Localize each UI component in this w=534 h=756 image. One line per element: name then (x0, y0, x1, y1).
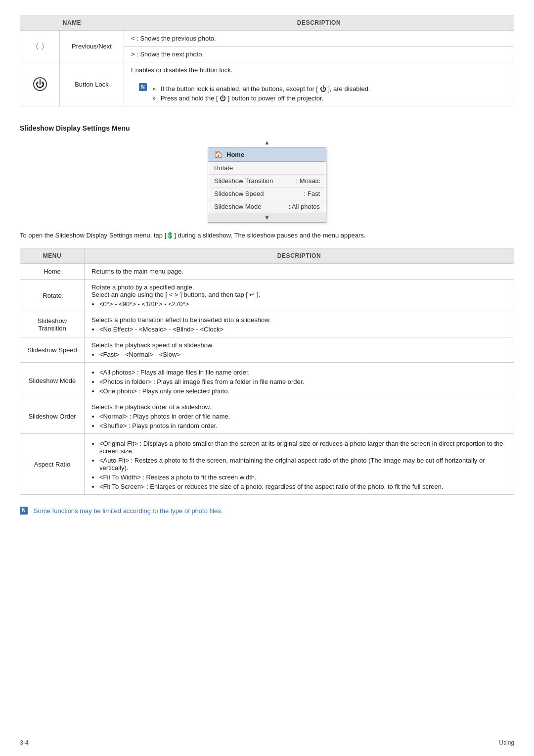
bottom-reference-table: MENU DESCRIPTION Home Returns to the mai… (20, 248, 514, 495)
speed-desc-cell: Selects the playback speed of a slidesho… (85, 337, 514, 363)
home-icon: 🏠 (214, 150, 222, 158)
aspect-fit-screen: <Fit To Screen> : Enlarges or reduces th… (99, 483, 507, 490)
aspect-auto-fit: <Auto Fit> : Resizes a photo to fit the … (99, 457, 507, 472)
transition-desc-cell: Selects a photo transition effect to be … (85, 312, 514, 337)
page-number: 3-4 (20, 739, 28, 746)
table-row: Slideshow Speed Selects the playback spe… (20, 337, 514, 363)
aspect-original-fit: <Original Fit> : Displays a photo smalle… (99, 440, 507, 455)
page-section: Using (499, 739, 514, 746)
mode-label: Slideshow Mode (214, 203, 261, 210)
aspect-menu-cell: Aspect Ratio (20, 434, 85, 495)
slideshow-section-title: Slideshow Display Settings Menu (20, 124, 514, 132)
menu-popup-home-label: Home (226, 151, 244, 158)
bottom-table-desc-header: DESCRIPTION (85, 248, 514, 264)
mode-one-photo: <One photo> : Plays only one selected ph… (99, 387, 507, 395)
menu-popup-speed: Slideshow Speed : Fast (208, 188, 326, 200)
table-row: Slideshow Order Selects the playback ord… (20, 399, 514, 434)
slideshow-section: Slideshow Display Settings Menu ▲ 🏠 Home… (20, 124, 514, 239)
button-lock-note-2: Press and hold the [ ⏻ ] button to power… (161, 94, 370, 102)
mode-menu-cell: Slideshow Mode (20, 363, 85, 399)
top-table-desc-header: DESCRIPTION (124, 15, 514, 31)
table-row: ⏻ Button Lock Enables or disables the bu… (20, 62, 514, 106)
bottom-table-menu-header: MENU (20, 248, 85, 264)
mode-desc-cell: <All photos> : Plays all image files in … (85, 363, 514, 399)
footer-note-icon: N (20, 507, 28, 515)
aspect-fit-width: <Fit To Width> : Resizes a photo to fit … (99, 473, 507, 481)
menu-popup-transition: Slideshow Transition : Mosaic (208, 175, 326, 188)
menu-popup: 🏠 Home Rotate Slideshow Transition : Mos… (208, 147, 326, 223)
speed-menu-cell: Slideshow Speed (20, 337, 85, 363)
prev-desc-1: < : Shows the previous photo. (124, 31, 514, 47)
rotate-desc-cell: Rotate a photo by a specified angle. Sel… (85, 280, 514, 312)
button-lock-note-1: If the button lock is enabled, all the b… (161, 85, 370, 93)
menu-popup-mode: Slideshow Mode : All photos (208, 200, 326, 213)
menu-popup-header: 🏠 Home (208, 147, 326, 162)
rotate-angles: <0°> - <90°> - <180°> - <270°> (99, 300, 507, 308)
table-row: 〈 〉 Previous/Next < : Shows the previous… (20, 31, 514, 47)
table-row: Slideshow Transition Selects a photo tra… (20, 312, 514, 337)
aspect-desc-cell: <Original Fit> : Displays a photo smalle… (85, 434, 514, 495)
home-desc-cell: Returns to the main menu page. (85, 264, 514, 280)
order-shuffle: <Shuffle> : Plays photos in random order… (99, 422, 507, 429)
popup-arrow-bottom: ▼ (208, 213, 326, 222)
button-lock-desc: Enables or disables the button lock. N I… (124, 62, 514, 106)
order-menu-cell: Slideshow Order (20, 399, 85, 434)
rotate-label: Rotate (214, 164, 233, 172)
speed-options: <Fast> - <Normal> - <Slow> (99, 351, 507, 358)
slideshow-intro-text: To open the Slideshow Display Settings m… (20, 232, 514, 239)
footer-note-text: Some functions may be limited according … (34, 507, 222, 515)
order-normal: <Normal> : Plays photos in order of file… (99, 413, 507, 420)
menu-popup-rotate: Rotate (208, 162, 326, 175)
mode-all-photos: <All photos> : Plays all image files in … (99, 369, 507, 376)
table-row: Home Returns to the main menu page. (20, 264, 514, 280)
mode-value: : All photos (288, 203, 320, 210)
transition-options: <No Effect> - <Mosaic> - <Blind> - <Cloc… (99, 326, 507, 333)
order-desc-cell: Selects the playback order of a slidesho… (85, 399, 514, 434)
footer-note: N Some functions may be limited accordin… (20, 507, 514, 515)
prev-desc-2: > : Shows the next photo. (124, 47, 514, 62)
menu-popup-container: ▲ 🏠 Home Rotate Slideshow Transition : M… (20, 139, 514, 223)
table-row: Slideshow Mode <All photos> : Plays all … (20, 363, 514, 399)
prev-next-label: Previous/Next (60, 31, 124, 62)
prev-next-symbol: 〈 〉 (20, 31, 60, 62)
transition-label: Slideshow Transition (214, 177, 273, 185)
speed-value: : Fast (304, 190, 320, 197)
button-lock-label: Button Lock (60, 62, 124, 106)
table-row: Rotate Rotate a photo by a specified ang… (20, 280, 514, 312)
rotate-menu-cell: Rotate (20, 280, 85, 312)
button-lock-symbol: ⏻ (20, 62, 60, 106)
speed-label: Slideshow Speed (214, 190, 264, 197)
note-icon: N (139, 83, 147, 91)
transition-value: : Mosaic (296, 177, 320, 185)
transition-menu-cell: Slideshow Transition (20, 312, 85, 337)
top-reference-table: NAME DESCRIPTION 〈 〉 Previous/Next < : S… (20, 15, 514, 106)
top-table-name-header: NAME (20, 15, 124, 31)
table-row: Aspect Ratio <Original Fit> : Displays a… (20, 434, 514, 495)
home-menu-cell: Home (20, 264, 85, 280)
mode-photos-in-folder: <Photos in folder> : Plays all image fil… (99, 378, 507, 385)
page-footer: 3-4 Using (20, 739, 514, 746)
